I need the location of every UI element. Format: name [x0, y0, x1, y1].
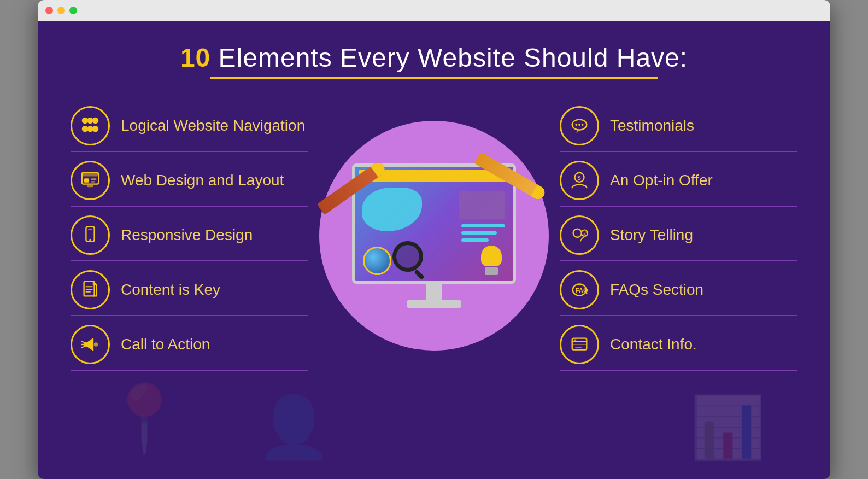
svg-point-31	[584, 233, 586, 235]
mobile-icon	[80, 225, 101, 246]
svg-text:FAQ: FAQ	[575, 287, 588, 294]
svg-rect-14	[88, 229, 92, 230]
svg-point-22	[94, 342, 98, 347]
list-item-nav: Logical Website Navigation	[71, 101, 308, 152]
responsive-icon-circle	[71, 215, 110, 255]
nav-label: Logical Website Navigation	[121, 117, 305, 135]
list-item-cta: Call to Action	[71, 319, 308, 371]
optin-icon: $	[569, 170, 590, 191]
svg-point-13	[89, 239, 91, 241]
cta-label: Call to Action	[121, 336, 210, 353]
close-button[interactable]	[45, 7, 53, 14]
screen-line-1	[461, 224, 505, 227]
svg-rect-39	[574, 340, 577, 342]
svg-line-20	[82, 341, 84, 342]
heading-number: 10	[180, 43, 210, 72]
svg-rect-11	[87, 185, 93, 188]
monitor-wrap	[336, 137, 532, 334]
document-icon	[80, 279, 101, 300]
svg-point-24	[575, 124, 577, 126]
optin-icon-circle: $	[560, 161, 599, 200]
svg-line-21	[82, 347, 84, 348]
svg-point-4	[82, 126, 88, 132]
content-label: Content is Key	[121, 281, 220, 299]
nav-icon-circle	[71, 106, 110, 145]
svg-text:$: $	[577, 174, 581, 181]
monitor-base	[407, 300, 461, 308]
list-item-content: Content is Key	[71, 265, 308, 316]
main-content: 📍 👤 📊 10 Elements Every Website Should H…	[38, 21, 830, 479]
layout-icon	[80, 170, 101, 191]
story-icon-circle	[560, 215, 599, 255]
lightbulb-icon	[481, 246, 502, 275]
responsive-label: Responsive Design	[121, 226, 253, 244]
list-item-contact: Contact Info.	[560, 319, 797, 371]
monitor-stand	[426, 284, 442, 300]
screen-line-2	[461, 231, 497, 235]
bulb-top	[481, 246, 502, 266]
navigation-icon	[80, 115, 101, 136]
svg-rect-8	[84, 178, 90, 183]
screen-blob	[362, 188, 422, 231]
svg-rect-9	[91, 178, 97, 180]
list-item-story: Story Telling	[560, 210, 797, 261]
monitor-body	[352, 163, 516, 284]
chat-icon	[569, 115, 590, 136]
main-layout: Logical Website Navigation	[71, 101, 797, 371]
page-heading: 10 Elements Every Website Should Have:	[71, 43, 797, 79]
svg-point-25	[578, 124, 580, 126]
faq-label: FAQs Section	[610, 281, 703, 299]
list-item-optin: $ An Opt-in Offer	[560, 155, 797, 207]
story-label: Story Telling	[610, 226, 693, 244]
screen-lines	[461, 224, 505, 242]
title-underline	[210, 77, 658, 79]
list-item-responsive: Responsive Design	[71, 210, 308, 261]
minimize-button[interactable]	[57, 7, 65, 14]
webdesign-icon-circle	[71, 161, 110, 200]
svg-rect-7	[82, 173, 98, 177]
webdesign-label: Web Design and Layout	[121, 172, 284, 189]
contact-label: Contact Info.	[610, 336, 697, 353]
faq-icon-circle: FAQ	[560, 270, 599, 309]
list-item-testimonials: Testimonials	[560, 101, 797, 152]
titlebar	[38, 0, 830, 21]
faq-icon: FAQ	[569, 279, 590, 300]
magnifier-icon	[392, 241, 423, 272]
list-item-webdesign: Web Design and Layout	[71, 155, 308, 207]
svg-point-29	[573, 229, 582, 237]
svg-point-1	[82, 118, 88, 124]
svg-point-32	[585, 231, 588, 233]
screen-line-3	[461, 238, 489, 242]
testimonials-label: Testimonials	[610, 117, 694, 135]
cta-icon-circle	[71, 325, 110, 364]
svg-point-26	[582, 124, 584, 126]
storytelling-icon	[569, 225, 590, 246]
screen-rect	[459, 191, 505, 219]
bulb-base	[485, 267, 498, 275]
monitor-screen	[355, 167, 513, 281]
megaphone-icon	[80, 334, 101, 355]
center-illustration	[319, 121, 549, 351]
list-item-faq: FAQ FAQs Section	[560, 265, 797, 316]
globe-icon	[363, 247, 391, 275]
svg-point-5	[92, 126, 98, 132]
testimonials-icon-circle	[560, 106, 599, 145]
contact-icon	[569, 334, 590, 355]
contact-icon-circle	[560, 325, 599, 364]
bg-chart-icon: 📊	[690, 392, 765, 463]
heading-text: Elements Every Website Should Have:	[210, 43, 688, 72]
app-window: 📍 👤 📊 10 Elements Every Website Should H…	[38, 0, 830, 479]
monitor	[352, 163, 516, 308]
bg-pin-icon: 📍	[103, 380, 185, 457]
optin-label: An Opt-in Offer	[610, 172, 713, 189]
left-items-list: Logical Website Navigation	[71, 101, 308, 371]
magnifier-handle	[414, 269, 425, 280]
right-items-list: Testimonials $ An Opt-in Offer	[560, 101, 797, 371]
svg-rect-10	[91, 181, 95, 183]
bg-user-icon: 👤	[256, 392, 331, 463]
maximize-button[interactable]	[69, 7, 77, 14]
svg-point-2	[92, 118, 98, 124]
content-icon-circle	[71, 270, 110, 309]
